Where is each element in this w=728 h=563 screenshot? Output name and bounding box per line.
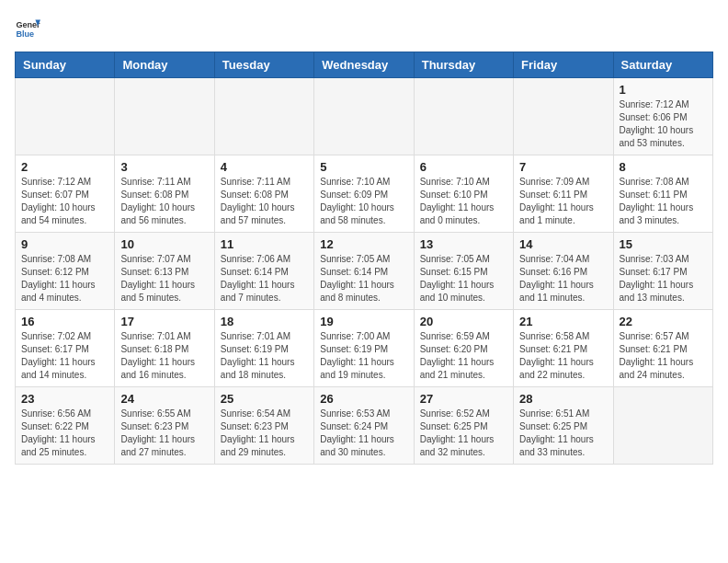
day-cell: 22Sunrise: 6:57 AM Sunset: 6:21 PM Dayli…: [613, 310, 712, 387]
day-cell: 9Sunrise: 7:08 AM Sunset: 6:12 PM Daylig…: [16, 233, 115, 310]
day-number: 23: [21, 392, 108, 406]
day-number: 19: [320, 315, 407, 328]
day-info: Sunrise: 7:07 AM Sunset: 6:13 PM Dayligh…: [120, 253, 208, 304]
day-number: 1: [620, 83, 707, 97]
day-number: 18: [221, 315, 308, 328]
day-number: 7: [519, 160, 607, 174]
day-cell: 3Sunrise: 7:11 AM Sunset: 6:08 PM Daylig…: [115, 155, 214, 233]
week-row-5: 23Sunrise: 6:56 AM Sunset: 6:22 PM Dayli…: [16, 387, 713, 465]
day-cell: 21Sunrise: 6:58 AM Sunset: 6:21 PM Dayli…: [514, 310, 613, 387]
day-number: 16: [21, 315, 108, 328]
day-cell: 14Sunrise: 7:04 AM Sunset: 6:16 PM Dayli…: [514, 233, 613, 310]
day-info: Sunrise: 7:10 AM Sunset: 6:09 PM Dayligh…: [320, 176, 407, 227]
day-cell: [115, 78, 214, 155]
day-info: Sunrise: 7:12 AM Sunset: 6:06 PM Dayligh…: [620, 98, 707, 150]
day-number: 24: [120, 392, 208, 406]
day-cell: 23Sunrise: 6:56 AM Sunset: 6:22 PM Dayli…: [16, 387, 115, 465]
day-cell: 6Sunrise: 7:10 AM Sunset: 6:10 PM Daylig…: [414, 155, 513, 233]
day-info: Sunrise: 6:59 AM Sunset: 6:20 PM Dayligh…: [420, 330, 507, 382]
day-number: 10: [120, 237, 208, 251]
day-number: 9: [21, 237, 108, 251]
header-cell-saturday: Saturday: [613, 52, 712, 78]
day-cell: 5Sunrise: 7:10 AM Sunset: 6:09 PM Daylig…: [314, 155, 414, 233]
day-info: Sunrise: 7:02 AM Sunset: 6:17 PM Dayligh…: [21, 330, 108, 382]
day-info: Sunrise: 7:03 AM Sunset: 6:17 PM Dayligh…: [620, 253, 707, 304]
day-cell: 10Sunrise: 7:07 AM Sunset: 6:13 PM Dayli…: [115, 233, 214, 310]
day-number: 21: [519, 315, 607, 328]
day-cell: 7Sunrise: 7:09 AM Sunset: 6:11 PM Daylig…: [514, 155, 613, 233]
day-cell: 18Sunrise: 7:01 AM Sunset: 6:19 PM Dayli…: [214, 310, 313, 387]
day-info: Sunrise: 7:11 AM Sunset: 6:08 PM Dayligh…: [120, 176, 208, 227]
day-info: Sunrise: 7:08 AM Sunset: 6:12 PM Dayligh…: [21, 253, 108, 304]
day-number: 25: [221, 392, 308, 406]
day-info: Sunrise: 6:51 AM Sunset: 6:25 PM Dayligh…: [519, 408, 607, 459]
day-cell: 4Sunrise: 7:11 AM Sunset: 6:08 PM Daylig…: [214, 155, 313, 233]
day-number: 22: [620, 315, 707, 328]
day-number: 13: [420, 237, 507, 251]
day-number: 3: [120, 160, 208, 174]
day-info: Sunrise: 7:01 AM Sunset: 6:19 PM Dayligh…: [221, 330, 308, 382]
day-number: 8: [620, 160, 707, 174]
day-info: Sunrise: 6:55 AM Sunset: 6:23 PM Dayligh…: [120, 408, 208, 459]
day-number: 11: [221, 237, 308, 251]
day-cell: 12Sunrise: 7:05 AM Sunset: 6:14 PM Dayli…: [314, 233, 414, 310]
header-cell-friday: Friday: [514, 52, 613, 78]
logo: General Blue: [15, 15, 48, 40]
header: General Blue: [15, 15, 713, 40]
day-info: Sunrise: 7:10 AM Sunset: 6:10 PM Dayligh…: [420, 176, 507, 227]
day-info: Sunrise: 7:09 AM Sunset: 6:11 PM Dayligh…: [519, 176, 607, 227]
day-cell: [16, 78, 115, 155]
day-cell: 17Sunrise: 7:01 AM Sunset: 6:18 PM Dayli…: [115, 310, 214, 387]
day-cell: 25Sunrise: 6:54 AM Sunset: 6:23 PM Dayli…: [214, 387, 313, 465]
day-number: 5: [320, 160, 407, 174]
day-cell: [414, 78, 513, 155]
header-cell-tuesday: Tuesday: [214, 52, 313, 78]
day-number: 27: [420, 392, 507, 406]
day-number: 26: [320, 392, 407, 406]
day-info: Sunrise: 7:11 AM Sunset: 6:08 PM Dayligh…: [221, 176, 308, 227]
header-cell-wednesday: Wednesday: [314, 52, 414, 78]
day-number: 12: [320, 237, 407, 251]
header-cell-sunday: Sunday: [16, 52, 115, 78]
day-cell: 15Sunrise: 7:03 AM Sunset: 6:17 PM Dayli…: [613, 233, 712, 310]
day-info: Sunrise: 6:56 AM Sunset: 6:22 PM Dayligh…: [21, 408, 108, 459]
generalblue-logo-icon: General Blue: [15, 15, 40, 40]
day-info: Sunrise: 7:00 AM Sunset: 6:19 PM Dayligh…: [320, 330, 407, 382]
day-number: 15: [620, 237, 707, 251]
day-cell: 26Sunrise: 6:53 AM Sunset: 6:24 PM Dayli…: [314, 387, 414, 465]
week-row-4: 16Sunrise: 7:02 AM Sunset: 6:17 PM Dayli…: [16, 310, 713, 387]
day-cell: [214, 78, 313, 155]
week-row-2: 2Sunrise: 7:12 AM Sunset: 6:07 PM Daylig…: [16, 155, 713, 233]
day-cell: 13Sunrise: 7:05 AM Sunset: 6:15 PM Dayli…: [414, 233, 513, 310]
day-cell: [514, 78, 613, 155]
day-cell: [613, 387, 712, 465]
header-cell-thursday: Thursday: [414, 52, 513, 78]
day-number: 6: [420, 160, 507, 174]
calendar-body: 1Sunrise: 7:12 AM Sunset: 6:06 PM Daylig…: [16, 78, 713, 465]
day-info: Sunrise: 6:52 AM Sunset: 6:25 PM Dayligh…: [420, 408, 507, 459]
day-info: Sunrise: 7:01 AM Sunset: 6:18 PM Dayligh…: [120, 330, 208, 382]
day-cell: 28Sunrise: 6:51 AM Sunset: 6:25 PM Dayli…: [514, 387, 613, 465]
day-number: 17: [120, 315, 208, 328]
day-cell: 2Sunrise: 7:12 AM Sunset: 6:07 PM Daylig…: [16, 155, 115, 233]
day-cell: 1Sunrise: 7:12 AM Sunset: 6:06 PM Daylig…: [613, 78, 712, 155]
calendar-header: SundayMondayTuesdayWednesdayThursdayFrid…: [16, 52, 713, 78]
day-info: Sunrise: 6:58 AM Sunset: 6:21 PM Dayligh…: [519, 330, 607, 382]
day-cell: 11Sunrise: 7:06 AM Sunset: 6:14 PM Dayli…: [214, 233, 313, 310]
day-cell: [314, 78, 414, 155]
day-number: 4: [221, 160, 308, 174]
day-cell: 8Sunrise: 7:08 AM Sunset: 6:11 PM Daylig…: [613, 155, 712, 233]
day-info: Sunrise: 7:06 AM Sunset: 6:14 PM Dayligh…: [221, 253, 308, 304]
day-cell: 20Sunrise: 6:59 AM Sunset: 6:20 PM Dayli…: [414, 310, 513, 387]
day-info: Sunrise: 6:57 AM Sunset: 6:21 PM Dayligh…: [620, 330, 707, 382]
day-cell: 27Sunrise: 6:52 AM Sunset: 6:25 PM Dayli…: [414, 387, 513, 465]
day-info: Sunrise: 6:53 AM Sunset: 6:24 PM Dayligh…: [320, 408, 407, 459]
header-row: SundayMondayTuesdayWednesdayThursdayFrid…: [16, 52, 713, 78]
day-cell: 24Sunrise: 6:55 AM Sunset: 6:23 PM Dayli…: [115, 387, 214, 465]
day-number: 2: [21, 160, 108, 174]
svg-text:Blue: Blue: [16, 29, 34, 39]
day-info: Sunrise: 7:08 AM Sunset: 6:11 PM Dayligh…: [620, 176, 707, 227]
day-cell: 19Sunrise: 7:00 AM Sunset: 6:19 PM Dayli…: [314, 310, 414, 387]
day-info: Sunrise: 7:04 AM Sunset: 6:16 PM Dayligh…: [519, 253, 607, 304]
day-cell: 16Sunrise: 7:02 AM Sunset: 6:17 PM Dayli…: [16, 310, 115, 387]
